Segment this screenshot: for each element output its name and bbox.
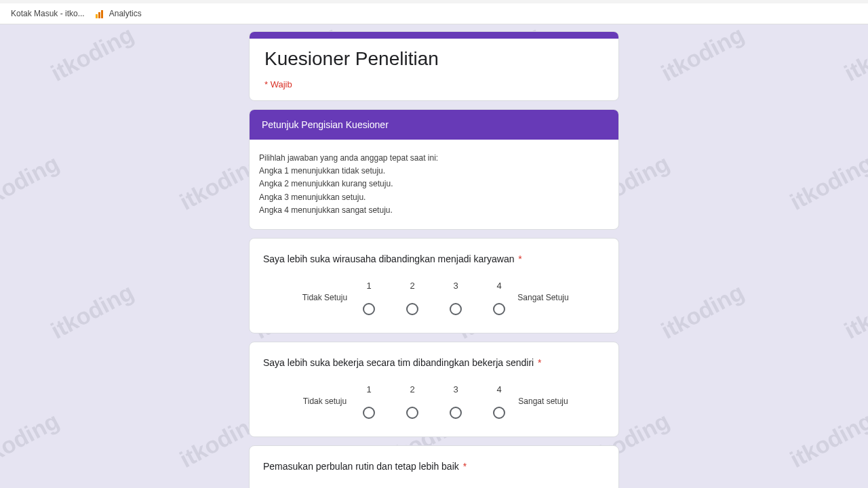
section-description: Pilihlah jawaban yang anda anggap tepat …	[250, 140, 618, 229]
section-card: Petunjuk Pengisian Kuesioner Pilihlah ja…	[249, 109, 619, 230]
required-asterisk: *	[515, 253, 521, 264]
header-accent-bar	[250, 32, 618, 39]
radio-option-2[interactable]	[406, 303, 418, 315]
scale-low-label: Tidak Setuju	[288, 293, 362, 302]
section-title: Petunjuk Pengisian Kuesioner	[250, 110, 618, 140]
bookmarks-bar: Kotak Masuk - itko... Analytics	[0, 0, 868, 24]
scale-low-label: Tidak setuju	[288, 396, 362, 406]
radio-option-3[interactable]	[450, 407, 462, 419]
radio-option-4[interactable]	[493, 303, 505, 315]
scale-number: 2	[410, 384, 414, 394]
form-title: Kuesioner Penelitian	[264, 48, 604, 70]
radio-option-4[interactable]	[493, 407, 505, 419]
question-text: Pemasukan perbulan rutin dan tetap lebih…	[263, 461, 605, 472]
bookmark-label: Kotak Masuk - itko...	[11, 9, 85, 18]
radio-option-1[interactable]	[363, 303, 375, 315]
bookmark-analytics[interactable]: Analytics	[90, 6, 147, 21]
radio-option-2[interactable]	[406, 407, 418, 419]
scale-number: 2	[410, 281, 414, 291]
analytics-icon	[96, 9, 105, 18]
form-header-card: Kuesioner Penelitian * Wajib	[249, 31, 619, 101]
scale-number: 3	[453, 384, 458, 394]
radio-option-3[interactable]	[450, 303, 462, 315]
required-note: * Wajib	[264, 79, 604, 89]
linear-scale: Tidak Setuju 1 2 3 4 Sangat Setuju	[263, 281, 605, 315]
bookmark-inbox[interactable]: Kotak Masuk - itko...	[5, 6, 90, 21]
scale-high-label: Sangat setuju	[506, 396, 580, 406]
scale-number: 3	[453, 281, 458, 291]
scale-number: 4	[496, 384, 501, 394]
question-text: Saya lebih suka bekerja secara tim diban…	[263, 357, 605, 368]
form-viewport: Kuesioner Penelitian * Wajib Petunjuk Pe…	[0, 24, 868, 488]
question-text: Saya lebih suka wirausaha dibandingkan m…	[263, 253, 605, 264]
scale-number: 4	[496, 281, 501, 291]
question-card: Pemasukan perbulan rutin dan tetap lebih…	[249, 445, 619, 488]
required-asterisk: *	[535, 357, 541, 368]
scale-number: 1	[366, 384, 371, 394]
linear-scale: Tidak setuju 1 2 3 4 Sangat setuju	[263, 384, 605, 419]
scale-number: 1	[366, 281, 371, 291]
scale-high-label: Sangat Setuju	[506, 293, 580, 302]
radio-option-1[interactable]	[363, 407, 375, 419]
question-card: Saya lebih suka bekerja secara tim diban…	[249, 342, 619, 437]
question-card: Saya lebih suka wirausaha dibandingkan m…	[249, 238, 619, 333]
bookmark-label: Analytics	[109, 9, 142, 18]
required-asterisk: *	[460, 461, 467, 472]
